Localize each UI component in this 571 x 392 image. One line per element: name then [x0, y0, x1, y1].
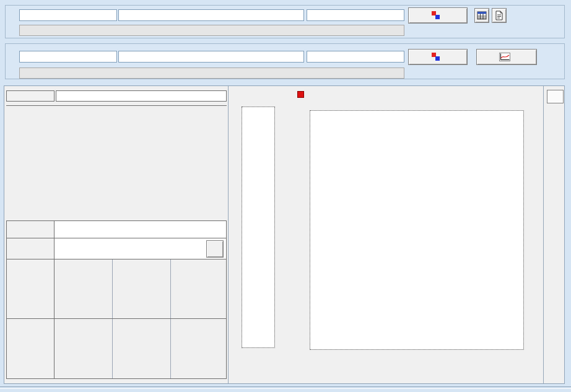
table-icon: [477, 11, 487, 20]
manual-pf-cell: [54, 238, 227, 259]
measure-icon: [432, 11, 440, 20]
auto-pf-cell: [54, 220, 227, 238]
standard-color-swatch: [54, 259, 227, 319]
tolerance-label: [6, 90, 54, 102]
standard-field2-input[interactable]: [118, 9, 304, 21]
sample-measurement-bar: [19, 68, 404, 79]
standard-groupbox: [5, 5, 565, 38]
legend-sample-marker-icon: [297, 91, 304, 98]
sample-swatch-label: [6, 318, 54, 379]
panel-divider: [228, 86, 229, 383]
sample-color-swatch: [54, 318, 227, 379]
sample-field2-input[interactable]: [118, 51, 304, 63]
sample-measure-button[interactable]: [408, 49, 468, 65]
sample-groupbox: [5, 43, 565, 79]
application-window: [0, 0, 571, 392]
data-list-button[interactable]: [474, 8, 489, 23]
tolerance-table: [6, 105, 227, 106]
standard-name-input[interactable]: [19, 9, 117, 21]
standard-field3-input[interactable]: [307, 9, 404, 21]
comment-button[interactable]: [492, 8, 507, 23]
sample-name-input[interactable]: [19, 51, 117, 63]
standard-measurement-bar: [19, 25, 404, 36]
correction-chart-icon: [499, 53, 510, 61]
standard-swatch-label: [6, 259, 54, 319]
auto-pf-label: [6, 220, 54, 238]
chart-right-divider: [543, 86, 544, 383]
manual-pf-label: [6, 238, 54, 259]
footer-divider: [0, 386, 571, 389]
measure-icon: [432, 53, 440, 61]
manual-pf-button[interactable]: [206, 240, 224, 258]
da-db-plot: [310, 110, 524, 350]
correction-button[interactable]: [476, 49, 537, 65]
sample-field3-input[interactable]: [307, 51, 404, 63]
document-icon: [495, 11, 503, 20]
standard-measure-button[interactable]: [408, 7, 468, 24]
tab-lab[interactable]: [547, 90, 564, 103]
dl-plot: [242, 107, 275, 348]
tolerance-method-field[interactable]: [56, 90, 227, 102]
